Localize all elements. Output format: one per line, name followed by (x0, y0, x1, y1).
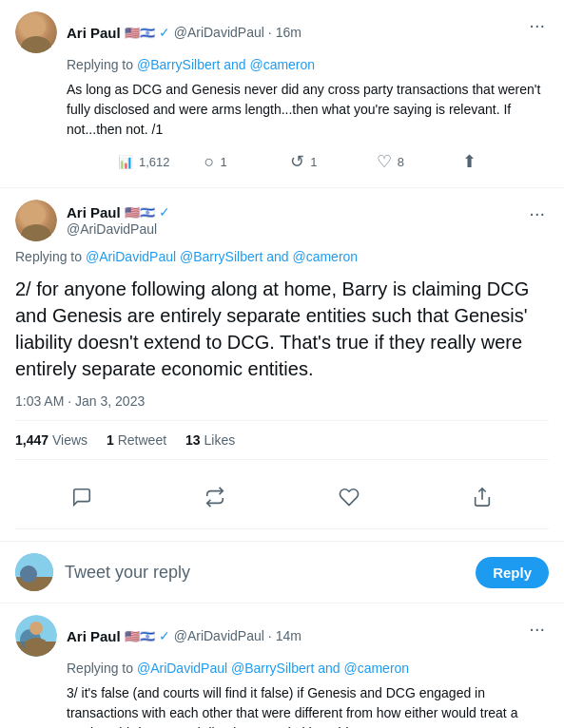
replying-to-1: Replying to @BarrySilbert and @cameron (67, 57, 549, 72)
avatar-1[interactable] (15, 11, 57, 53)
replying-to-link-3[interactable]: @AriDavidPaul @BarrySilbert and @cameron (137, 661, 409, 676)
main-actions (15, 471, 549, 529)
likes-stat: 13 Likes (185, 432, 235, 448)
like-action-1[interactable]: ♡ 8 (377, 147, 463, 176)
retweet-count-1: 1 (310, 155, 317, 169)
user-handle-3: @AriDavidPaul (174, 628, 264, 643)
svg-point-1 (21, 36, 51, 53)
user-flags-1: 🇺🇸🇮🇱 (125, 26, 155, 40)
like-action-main[interactable] (331, 479, 367, 521)
user-info-1: Ari Paul 🇺🇸🇮🇱 ✓ @AriDavidPaul · 16m (67, 25, 301, 41)
tweet-actions-1: 📊 1,612 ○ 1 ↺ 1 ♡ 8 ⬆ (118, 147, 549, 176)
tweet-time-value-1: 16m (276, 25, 301, 40)
tweet-time-3: 14m (276, 628, 301, 643)
replying-to-main: Replying to @AriDavidPaul @BarrySilbert … (15, 249, 549, 264)
views-count-1: 1,612 (139, 155, 170, 169)
reply-avatar (15, 553, 53, 591)
share-action-main[interactable] (464, 479, 500, 521)
user-handle-main: @AriDavidPaul (67, 221, 157, 237)
comment-action-1[interactable]: ○ 1 (204, 148, 291, 176)
tweet-text-1: As long as DCG and Genesis never did any… (67, 80, 549, 140)
reply-input[interactable]: Tweet your reply (65, 563, 464, 583)
stats-bar-icon: 📊 (118, 155, 133, 169)
tweet-main: Ari Paul 🇺🇸🇮🇱 ✓ @AriDavidPaul ··· Replyi… (0, 188, 564, 542)
user-info-main: Ari Paul 🇺🇸🇮🇱 ✓ @AriDavidPaul (67, 204, 170, 238)
stats-icon-1[interactable]: 📊 1,612 (118, 151, 204, 173)
user-name-1: Ari Paul (67, 25, 121, 41)
svg-point-12 (25, 638, 48, 653)
tweet-date-main: 1:03 AM · Jan 3, 2023 (15, 393, 549, 409)
user-info-3: Ari Paul 🇺🇸🇮🇱 ✓ @AriDavidPaul · 14m (67, 628, 301, 644)
comment-action-main[interactable] (64, 479, 100, 521)
user-handle-1: @AriDavidPaul (174, 25, 264, 40)
views-stat: 1,447 Views (15, 432, 88, 448)
user-flags-3: 🇺🇸🇮🇱 (125, 629, 155, 643)
svg-point-7 (20, 565, 37, 583)
tweet-1: Ari Paul 🇺🇸🇮🇱 ✓ @AriDavidPaul · 16m ··· … (0, 0, 564, 188)
sep-3: · (268, 628, 272, 643)
verified-icon-3: ✓ (159, 628, 170, 643)
svg-point-2 (27, 205, 46, 224)
tweet-time-1: · (268, 25, 272, 40)
stats-bar-main: 1,447 Views 1 Retweet 13 Likes (15, 420, 549, 460)
verified-icon-1: ✓ (159, 25, 170, 40)
reply-button[interactable]: Reply (476, 557, 549, 588)
retweet-action-1[interactable]: ↺ 1 (290, 147, 377, 176)
share-action-1[interactable]: ⬆ (462, 147, 549, 176)
more-button-main[interactable]: ··· (525, 200, 549, 226)
replying-to-3: Replying to @AriDavidPaul @BarrySilbert … (67, 661, 549, 676)
user-name-main: Ari Paul (67, 204, 121, 220)
retweet-icon-1: ↺ (290, 151, 304, 172)
more-button-3[interactable]: ··· (525, 615, 549, 642)
svg-point-0 (27, 17, 46, 36)
tweet-text-3: 3/ it's false (and courts will find it f… (67, 683, 549, 728)
like-icon-1: ♡ (377, 151, 392, 172)
comment-count-1: 1 (220, 155, 226, 169)
avatar-3[interactable] (15, 615, 57, 657)
retweet-action-main[interactable] (197, 479, 233, 521)
user-name-3: Ari Paul (67, 628, 121, 644)
more-button-1[interactable]: ··· (525, 11, 549, 38)
svg-point-11 (29, 622, 43, 635)
replying-to-link-main[interactable]: @AriDavidPaul @BarrySilbert and @cameron (86, 249, 358, 264)
share-icon-1: ⬆ (462, 151, 476, 172)
svg-point-3 (21, 224, 51, 241)
replying-to-link-1[interactable]: @BarrySilbert and @cameron (137, 57, 315, 72)
like-count-1: 8 (398, 155, 404, 169)
verified-icon-main: ✓ (159, 204, 170, 220)
user-flags-main: 🇺🇸🇮🇱 (125, 205, 155, 220)
avatar-main[interactable] (15, 200, 57, 241)
retweet-stat: 1 Retweet (107, 432, 166, 448)
reply-box: Tweet your reply Reply (0, 542, 564, 603)
tweet-text-main: 2/ for anyone following along at home, B… (15, 276, 549, 382)
comment-icon-1: ○ (204, 152, 215, 172)
tweet-3: Ari Paul 🇺🇸🇮🇱 ✓ @AriDavidPaul · 14m ··· … (0, 603, 564, 728)
